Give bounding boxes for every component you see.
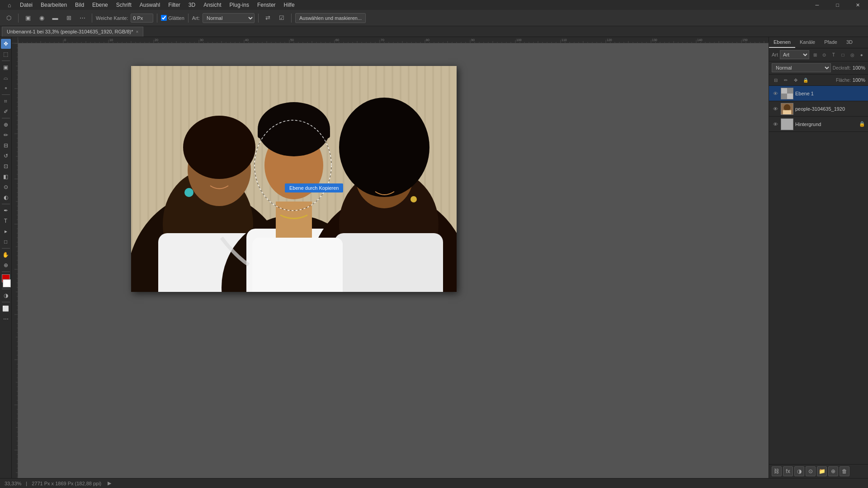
lock-all-icon[interactable]: 🔒: [802, 76, 810, 84]
dodge-tool[interactable]: ◐: [1, 192, 11, 202]
menu-auswahl[interactable]: Auswahl: [136, 1, 164, 9]
fx-btn[interactable]: fx: [783, 466, 793, 476]
tab-title: Unbenannt-1 bei 33,3% (people-3104635_19…: [7, 29, 133, 34]
text-filter-icon[interactable]: T: [830, 51, 837, 59]
blur-tool[interactable]: ⊙: [1, 182, 11, 192]
menu-fenster[interactable]: Fenster: [254, 1, 279, 9]
menu-filter[interactable]: Filter: [165, 1, 184, 9]
eyedropper-tool[interactable]: ✐: [1, 107, 11, 117]
tool-divider5: [2, 248, 10, 249]
quick-mask-tool[interactable]: ◑: [1, 291, 11, 300]
single-row-icon[interactable]: ▬: [49, 12, 61, 24]
lock-image-icon[interactable]: ✏: [782, 76, 790, 84]
add-to-select-icon[interactable]: ⊞: [63, 12, 75, 24]
text-tool[interactable]: T: [1, 216, 11, 226]
document-tab[interactable]: Unbenannt-1 bei 33,3% (people-3104635_19…: [2, 27, 143, 37]
mask-btn[interactable]: ◑: [794, 466, 804, 476]
group-btn[interactable]: 📁: [817, 466, 827, 476]
screen-mode-tool[interactable]: ⬜: [1, 304, 11, 314]
layer-row-people[interactable]: 👁 people-3104635_1920: [769, 101, 868, 117]
glatten-checkbox[interactable]: [161, 15, 167, 21]
shape-filter-icon[interactable]: □: [839, 51, 847, 59]
more-tools[interactable]: ⋯: [1, 314, 11, 324]
pen-tool[interactable]: ✒: [1, 206, 11, 216]
svg-text:0: 0: [64, 38, 66, 42]
history-brush-tool[interactable]: ↺: [1, 151, 11, 161]
canvas-work-area[interactable]: Ebene durch Kopieren: [18, 43, 769, 478]
delete-layer-btn[interactable]: 🗑: [840, 466, 849, 476]
tool-divider2: [2, 94, 10, 95]
auswaehlen-button[interactable]: Auswählen und maskieren...: [295, 13, 366, 23]
crop-tool[interactable]: ⌗: [1, 96, 11, 106]
adjustment-btn[interactable]: ⊙: [806, 466, 816, 476]
pixel-filter-icon[interactable]: ⊞: [811, 51, 819, 59]
healing-tool[interactable]: ⊕: [1, 120, 11, 130]
blend-mode-select[interactable]: Normal Multiplizieren Aufhellen: [772, 63, 831, 72]
home-icon[interactable]: ⌂: [4, 0, 15, 11]
layer-visibility-hintergrund[interactable]: 👁: [772, 121, 779, 128]
menu-bearbeiten[interactable]: Bearbeiten: [37, 1, 71, 9]
layer-row-ebene1[interactable]: 👁 Ebene 1: [769, 86, 868, 101]
image-canvas: Ebene durch Kopieren: [131, 66, 457, 292]
zoom-tool[interactable]: ⊕: [1, 260, 11, 270]
lasso-tool[interactable]: ⌓: [1, 73, 11, 83]
fill-value: 100%: [853, 77, 865, 83]
shape-tool[interactable]: □: [1, 237, 11, 247]
path-select-tool[interactable]: ▸: [1, 226, 11, 236]
maximize-button[interactable]: □: [827, 0, 848, 10]
rect-marquee-tool[interactable]: ▣: [1, 62, 11, 72]
svg-point-382: [410, 196, 417, 202]
menu-ebene[interactable]: Ebene: [89, 1, 112, 9]
menu-datei[interactable]: Datei: [16, 1, 36, 9]
minimize-button[interactable]: ─: [807, 0, 827, 10]
tab-kanaele[interactable]: Kanäle: [795, 37, 820, 48]
menu-3d[interactable]: 3D: [185, 1, 199, 9]
ruler-corner: [12, 37, 18, 43]
tool-divider6: [2, 272, 10, 272]
art-select[interactable]: Normal Festes Verhältnis Feste Größe: [203, 13, 255, 23]
swap-icon[interactable]: ⇄: [262, 12, 274, 24]
tab-close[interactable]: ×: [136, 29, 138, 34]
gradient-tool[interactable]: ◧: [1, 172, 11, 182]
artboard-tool[interactable]: ⬚: [1, 49, 11, 59]
close-button[interactable]: ✕: [848, 0, 868, 10]
layer-name-people: people-3104635_1920: [795, 106, 865, 112]
quick-select-tool[interactable]: ⚬: [1, 83, 11, 93]
hand-tool[interactable]: ✋: [1, 250, 11, 260]
art-filter-select[interactable]: Art: [780, 50, 809, 59]
new-layer-btn[interactable]: ⊕: [828, 466, 838, 476]
background-color[interactable]: [3, 279, 11, 287]
weiche-kante-input[interactable]: [131, 14, 153, 23]
options-toolbar: ⬡ ▣ ◉ ▬ ⊞ ⋯ Weiche Kante: Glätten Art: N…: [0, 10, 868, 26]
menu-plugins[interactable]: Plug-ins: [226, 1, 253, 9]
checkbox-icon[interactable]: ☑: [276, 12, 288, 24]
status-divider1: |: [26, 481, 27, 486]
layer-visibility-ebene1[interactable]: 👁: [772, 90, 779, 97]
move-tool[interactable]: ✥: [1, 39, 11, 49]
layer-row-hintergrund[interactable]: 👁 Hintergrund 🔒: [769, 117, 868, 132]
tab-pfade[interactable]: Pfade: [820, 37, 842, 48]
menu-bild[interactable]: Bild: [71, 1, 88, 9]
smart-filter-icon[interactable]: ◎: [849, 51, 856, 59]
clone-tool[interactable]: ⊟: [1, 141, 11, 150]
weiche-kante-label: Weiche Kante:: [96, 15, 128, 21]
layer-visibility-people[interactable]: 👁: [772, 105, 779, 113]
menu-hilfe[interactable]: Hilfe: [280, 1, 298, 9]
adjust-filter-icon[interactable]: ⊙: [821, 51, 828, 59]
lock-position-icon[interactable]: ✥: [792, 76, 800, 84]
rect-select-icon[interactable]: ▣: [22, 12, 34, 24]
tab-ebenen[interactable]: Ebenen: [769, 37, 795, 48]
lock-transparent-icon[interactable]: ⊟: [772, 76, 780, 84]
filter-toggle-icon[interactable]: ●: [858, 51, 865, 59]
menu-schrift[interactable]: Schrift: [113, 1, 135, 9]
tab-3d[interactable]: 3D: [842, 37, 857, 48]
circle-select-icon[interactable]: ◉: [36, 12, 47, 24]
eraser-tool[interactable]: ⊡: [1, 161, 11, 171]
link-layers-btn[interactable]: ⛓: [772, 466, 782, 476]
svg-rect-381: [335, 233, 443, 292]
menu-ansicht[interactable]: Ansicht: [200, 1, 225, 9]
extra-options-icon[interactable]: ⋯: [76, 12, 88, 24]
brush-tool[interactable]: ✏: [1, 130, 11, 140]
svg-text:130: 130: [652, 38, 657, 42]
options-icon1[interactable]: ⬡: [3, 12, 14, 24]
